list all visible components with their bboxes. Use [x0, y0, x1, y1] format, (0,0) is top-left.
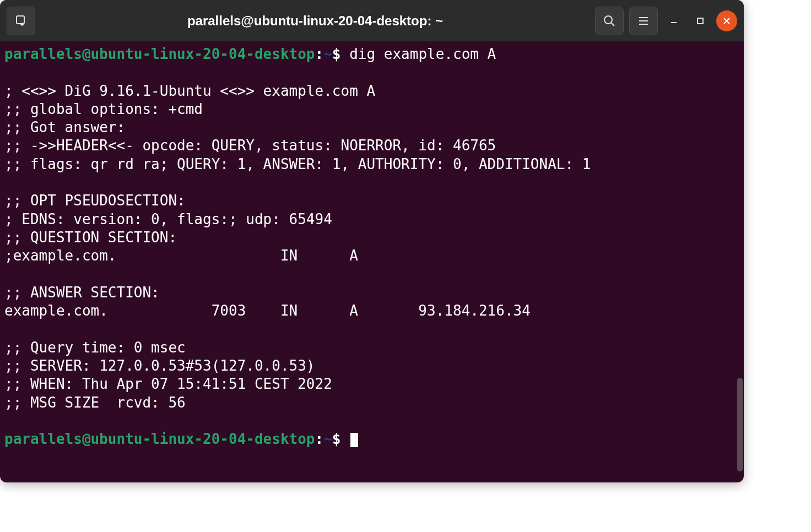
- terminal-window: parallels@ubuntu-linux-20-04-desktop: ~: [0, 0, 744, 482]
- prompt-user-host-2: parallels@ubuntu-linux-20-04-desktop: [4, 431, 315, 447]
- output-line: ;; SERVER: 127.0.0.53#53(127.0.0.53): [4, 357, 315, 374]
- prompt-path: ~: [323, 46, 332, 62]
- close-button[interactable]: [716, 10, 737, 31]
- new-tab-button[interactable]: [7, 7, 35, 35]
- maximize-icon: [696, 17, 705, 25]
- output-line: ;; OPT PSEUDOSECTION:: [4, 192, 186, 209]
- output-line: ;; Query time: 0 msec: [4, 339, 186, 356]
- search-icon: [603, 14, 616, 28]
- output-line: ;; flags: qr rd ra; QUERY: 1, ANSWER: 1,…: [4, 156, 591, 172]
- search-button[interactable]: [595, 7, 624, 35]
- svg-rect-0: [17, 16, 24, 24]
- output-line: ;; global options: +cmd: [4, 101, 203, 117]
- close-icon: [722, 17, 731, 25]
- new-tab-icon: [14, 14, 28, 28]
- svg-point-3: [604, 16, 612, 24]
- output-line: example.com. 7003 IN A 93.184.216.34: [4, 302, 531, 319]
- output-line: ;; WHEN: Thu Apr 07 15:41:51 CEST 2022: [4, 376, 332, 392]
- prompt-path-2: ~: [323, 431, 332, 447]
- prompt-dollar: $: [332, 46, 341, 62]
- svg-line-4: [611, 23, 614, 26]
- prompt-colon-2: :: [315, 431, 324, 447]
- command-text: dig example.com A: [349, 46, 496, 62]
- prompt-dollar-2: $: [332, 431, 341, 447]
- titlebar-right-controls: [595, 7, 737, 35]
- prompt-colon: :: [315, 46, 324, 62]
- hamburger-icon: [637, 14, 650, 28]
- output-line: ;example.com. IN A: [4, 247, 358, 264]
- svg-rect-9: [698, 18, 703, 24]
- titlebar: parallels@ubuntu-linux-20-04-desktop: ~: [0, 0, 744, 42]
- maximize-button[interactable]: [690, 10, 711, 31]
- cursor: [350, 433, 358, 447]
- output-line: ; EDNS: version: 0, flags:; udp: 65494: [4, 211, 332, 227]
- window-title: parallels@ubuntu-linux-20-04-desktop: ~: [41, 13, 590, 29]
- minimize-button[interactable]: [663, 10, 684, 31]
- output-line: ;; MSG SIZE rcvd: 56: [4, 394, 186, 411]
- output-line: ;; ->>HEADER<<- opcode: QUERY, status: N…: [4, 137, 496, 154]
- minimize-icon: [669, 17, 678, 25]
- menu-button[interactable]: [629, 7, 658, 35]
- output-line: ;; ANSWER SECTION:: [4, 284, 160, 301]
- terminal-body[interactable]: parallels@ubuntu-linux-20-04-desktop:~$ …: [0, 42, 744, 482]
- output-line: ; <<>> DiG 9.16.1-Ubuntu <<>> example.co…: [4, 83, 375, 99]
- output-line: ;; QUESTION SECTION:: [4, 229, 177, 246]
- prompt-user-host: parallels@ubuntu-linux-20-04-desktop: [4, 46, 315, 62]
- scrollbar[interactable]: [737, 378, 743, 471]
- output-line: ;; Got answer:: [4, 119, 125, 135]
